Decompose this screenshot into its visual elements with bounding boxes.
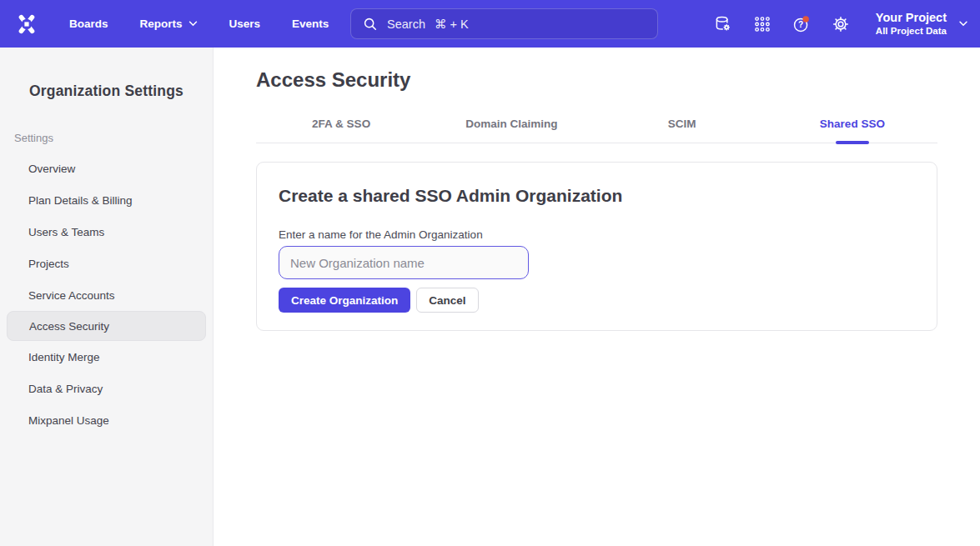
nav-boards[interactable]: Boards [69, 18, 108, 30]
org-name-input[interactable] [279, 246, 529, 279]
sidebar-item-data-privacy[interactable]: Data & Privacy [0, 373, 213, 404]
notification-dot [802, 16, 809, 23]
project-scope: All Project Data [876, 25, 947, 38]
chevron-down-icon [188, 21, 198, 27]
create-admin-org-card: Create a shared SSO Admin Organization E… [256, 162, 937, 331]
top-right-group: ? Your Project All Project Data [714, 0, 968, 48]
sidebar-nav: Overview Plan Details & Billing Users & … [0, 153, 213, 436]
search-input[interactable]: Search ⌘ + K [350, 8, 658, 39]
search-shortcut-hint: ⌘ + K [435, 18, 469, 31]
tab-scim[interactable]: SCIM [597, 118, 767, 143]
svg-text:?: ? [798, 20, 803, 29]
search-icon [363, 17, 378, 32]
nav-left-group: Boards Reports Users Events [0, 13, 360, 36]
tab-shared-sso[interactable]: Shared SSO [767, 118, 937, 143]
card-title: Create a shared SSO Admin Organization [279, 186, 915, 206]
sidebar-item-users-teams[interactable]: Users & Teams [0, 216, 213, 248]
tab-bar: 2FA & SSO Domain Claiming SCIM Shared SS… [256, 118, 937, 143]
nav-reports-label: Reports [140, 18, 183, 30]
sidebar-item-mixpanel-usage[interactable]: Mixpanel Usage [0, 404, 213, 436]
sidebar-section-label: Settings [14, 132, 213, 144]
project-switcher[interactable]: Your Project All Project Data [876, 11, 968, 38]
app-root: Boards Reports Users Events Search ⌘ + K [0, 0, 980, 546]
card-actions: Create Organization Cancel [279, 288, 915, 313]
chevron-down-icon [958, 21, 968, 27]
page-title: Access Security [256, 68, 937, 92]
settings-button[interactable] [832, 15, 850, 33]
nav-events[interactable]: Events [292, 18, 329, 30]
settings-sidebar: Organization Settings Settings Overview … [0, 48, 214, 546]
tab-domain-claiming[interactable]: Domain Claiming [426, 118, 596, 143]
sidebar-title: Organization Settings [0, 83, 213, 100]
nav-users-label: Users [229, 18, 261, 30]
create-organization-button[interactable]: Create Organization [279, 288, 410, 313]
data-management-button[interactable] [714, 15, 732, 33]
help-icon: ? [792, 15, 811, 33]
org-name-field-label: Enter a name for the Admin Organization [279, 228, 915, 241]
gear-icon [832, 15, 850, 33]
apps-grid-icon [753, 15, 771, 33]
project-name: Your Project [876, 11, 947, 25]
database-gear-icon [714, 15, 732, 33]
top-navigation-bar: Boards Reports Users Events Search ⌘ + K [0, 0, 980, 48]
sidebar-item-service-accounts[interactable]: Service Accounts [0, 279, 213, 311]
sidebar-item-projects[interactable]: Projects [0, 248, 213, 279]
sidebar-item-overview[interactable]: Overview [0, 153, 213, 184]
help-button[interactable]: ? [792, 15, 811, 33]
apps-menu-button[interactable] [753, 15, 771, 33]
nav-events-label: Events [292, 18, 329, 30]
cancel-button[interactable]: Cancel [416, 288, 478, 313]
main-content: Access Security 2FA & SSO Domain Claimin… [214, 48, 980, 546]
sidebar-item-access-security[interactable]: Access Security [7, 311, 206, 341]
mixpanel-logo-icon[interactable] [15, 13, 38, 36]
project-labels: Your Project All Project Data [876, 11, 947, 38]
nav-users[interactable]: Users [229, 18, 261, 30]
nav-boards-label: Boards [69, 18, 108, 30]
search-placeholder: Search [387, 18, 425, 31]
nav-reports[interactable]: Reports [140, 18, 198, 30]
sidebar-item-identity-merge[interactable]: Identity Merge [0, 341, 213, 373]
tab-2fa-sso[interactable]: 2FA & SSO [256, 118, 426, 143]
sidebar-item-plan-details-billing[interactable]: Plan Details & Billing [0, 184, 213, 216]
